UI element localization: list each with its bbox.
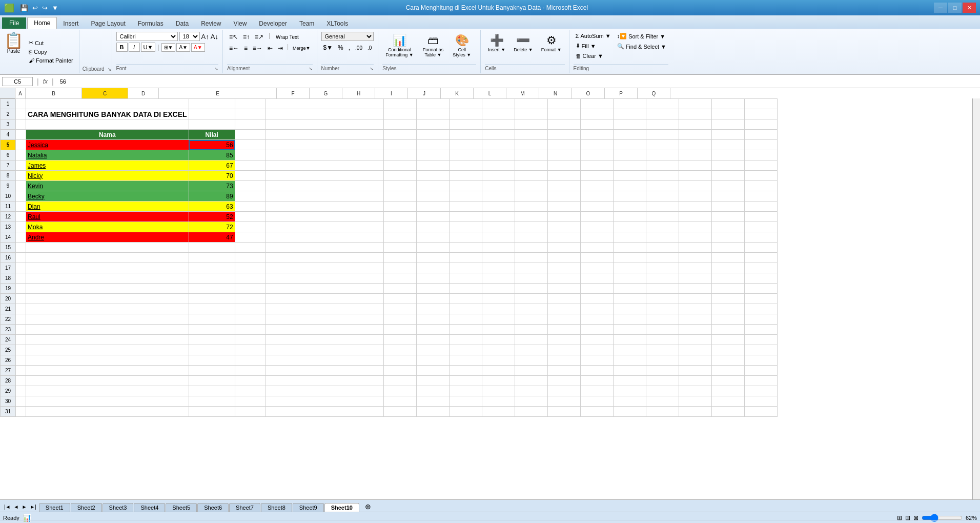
cell-H5[interactable] bbox=[449, 140, 482, 150]
cell-K4[interactable] bbox=[547, 130, 580, 140]
cell-C27[interactable] bbox=[189, 366, 235, 376]
cell-H13[interactable] bbox=[449, 222, 482, 232]
cell-N17[interactable] bbox=[646, 263, 679, 273]
tab-view[interactable]: View bbox=[228, 18, 253, 29]
cell-C2[interactable] bbox=[189, 109, 235, 119]
increase-indent-button[interactable]: ⇥ bbox=[276, 43, 285, 53]
tab-sheet10[interactable]: Sheet10 bbox=[324, 503, 359, 512]
cell-E3[interactable] bbox=[266, 119, 383, 130]
cell-D21[interactable] bbox=[235, 304, 266, 314]
tab-developer[interactable]: Developer bbox=[253, 18, 293, 29]
cell-E10[interactable] bbox=[266, 191, 383, 202]
sheet-nav-prev[interactable]: ◄ bbox=[13, 503, 20, 511]
cell-I10[interactable] bbox=[482, 191, 515, 202]
cell-N8[interactable] bbox=[646, 171, 679, 181]
vertical-scrollbar[interactable] bbox=[972, 98, 980, 499]
cell-A11[interactable] bbox=[16, 202, 26, 212]
cell-I27[interactable] bbox=[482, 366, 515, 376]
row-header-21[interactable]: 21 bbox=[1, 304, 16, 314]
cell-Q19[interactable] bbox=[744, 284, 777, 294]
cell-I22[interactable] bbox=[482, 314, 515, 325]
cell-O10[interactable] bbox=[679, 191, 711, 202]
row-header-18[interactable]: 18 bbox=[1, 273, 16, 284]
cell-A23[interactable] bbox=[16, 325, 26, 335]
cell-H29[interactable] bbox=[449, 386, 482, 396]
cell-G6[interactable] bbox=[416, 150, 449, 160]
cell-L16[interactable] bbox=[580, 253, 613, 263]
cell-B30[interactable] bbox=[26, 396, 189, 407]
cell-K30[interactable] bbox=[547, 396, 580, 407]
cell-L7[interactable] bbox=[580, 160, 613, 171]
cell-M23[interactable] bbox=[613, 325, 646, 335]
cell-I16[interactable] bbox=[482, 253, 515, 263]
cell-E21[interactable] bbox=[266, 304, 383, 314]
cell-D31[interactable] bbox=[235, 407, 266, 417]
cell-N13[interactable] bbox=[646, 222, 679, 232]
cell-E2[interactable] bbox=[266, 109, 383, 119]
cell-B6[interactable]: Natalia bbox=[26, 150, 189, 160]
col-header-O[interactable]: O bbox=[572, 88, 605, 98]
cell-E25[interactable] bbox=[266, 345, 383, 355]
font-color-button[interactable]: A▼ bbox=[191, 43, 205, 52]
cell-C26[interactable] bbox=[189, 355, 235, 366]
cell-G7[interactable] bbox=[416, 160, 449, 171]
cell-H18[interactable] bbox=[449, 273, 482, 284]
cell-B13[interactable]: Moka bbox=[26, 222, 189, 232]
cell-Q20[interactable] bbox=[744, 294, 777, 304]
cell-D22[interactable] bbox=[235, 314, 266, 325]
cell-B15[interactable] bbox=[26, 243, 189, 253]
cell-N3[interactable] bbox=[646, 119, 679, 130]
cell-N2[interactable] bbox=[646, 109, 679, 119]
cell-N31[interactable] bbox=[646, 407, 679, 417]
cell-Q21[interactable] bbox=[744, 304, 777, 314]
cell-L18[interactable] bbox=[580, 273, 613, 284]
row-header-14[interactable]: 14 bbox=[1, 232, 16, 243]
merge-center-button[interactable]: Merge▼ bbox=[291, 43, 312, 53]
align-left-button[interactable]: ≡← bbox=[227, 43, 241, 53]
cell-I17[interactable] bbox=[482, 263, 515, 273]
cell-B20[interactable] bbox=[26, 294, 189, 304]
row-header-2[interactable]: 2 bbox=[1, 109, 16, 119]
cell-G21[interactable] bbox=[416, 304, 449, 314]
row-header-8[interactable]: 8 bbox=[1, 171, 16, 181]
cell-F30[interactable] bbox=[383, 396, 416, 407]
cell-Q29[interactable] bbox=[744, 386, 777, 396]
cell-H12[interactable] bbox=[449, 212, 482, 222]
col-header-K[interactable]: K bbox=[441, 88, 474, 98]
row-header-1[interactable]: 1 bbox=[1, 99, 16, 109]
cell-P13[interactable] bbox=[711, 222, 744, 232]
cell-P7[interactable] bbox=[711, 160, 744, 171]
cell-A22[interactable] bbox=[16, 314, 26, 325]
cell-Q10[interactable] bbox=[744, 191, 777, 202]
cell-F31[interactable] bbox=[383, 407, 416, 417]
cell-L17[interactable] bbox=[580, 263, 613, 273]
cell-G24[interactable] bbox=[416, 335, 449, 345]
cell-G25[interactable] bbox=[416, 345, 449, 355]
cell-P9[interactable] bbox=[711, 181, 744, 191]
cell-A10[interactable] bbox=[16, 191, 26, 202]
cell-A21[interactable] bbox=[16, 304, 26, 314]
cell-K27[interactable] bbox=[547, 366, 580, 376]
cell-M4[interactable] bbox=[613, 130, 646, 140]
cell-A31[interactable] bbox=[16, 407, 26, 417]
cell-B17[interactable] bbox=[26, 263, 189, 273]
cell-A13[interactable] bbox=[16, 222, 26, 232]
comma-button[interactable]: , bbox=[346, 43, 352, 53]
align-right-button[interactable]: ≡→ bbox=[251, 43, 264, 53]
cell-E7[interactable] bbox=[266, 160, 383, 171]
cell-G22[interactable] bbox=[416, 314, 449, 325]
bold-button[interactable]: B bbox=[116, 43, 128, 52]
cell-D13[interactable] bbox=[235, 222, 266, 232]
cell-O20[interactable] bbox=[679, 294, 711, 304]
row-header-15[interactable]: 15 bbox=[1, 243, 16, 253]
col-header-H[interactable]: H bbox=[342, 88, 375, 98]
cell-P11[interactable] bbox=[711, 202, 744, 212]
cell-M31[interactable] bbox=[613, 407, 646, 417]
cell-G12[interactable] bbox=[416, 212, 449, 222]
cell-I15[interactable] bbox=[482, 243, 515, 253]
decrease-decimal-button[interactable]: .0 bbox=[365, 44, 374, 52]
cell-O6[interactable] bbox=[679, 150, 711, 160]
cell-F22[interactable] bbox=[383, 314, 416, 325]
cell-J2[interactable] bbox=[515, 109, 547, 119]
cell-H28[interactable] bbox=[449, 376, 482, 386]
